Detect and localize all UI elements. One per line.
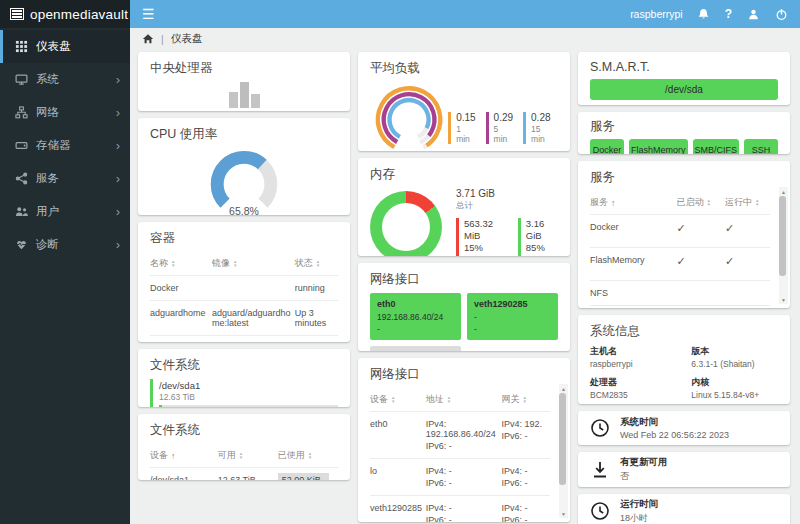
interface-box-wlan0: wlan0 - - (370, 346, 461, 351)
sysinfo-field: 版本6.3.1-1 (Shaitan) (691, 345, 778, 369)
table-row: Docker✓✓ (590, 215, 770, 248)
chevron-right-icon: › (116, 172, 120, 185)
card-title: 网络接口 (370, 366, 558, 383)
memory-free-legend: 3.16 GiB 85% Free (518, 218, 558, 256)
share-icon (15, 172, 28, 185)
filesystem-progress-bar: 0% (159, 405, 338, 407)
memory-info: 3.71 GiB 总计 563.32 MiB 15% Used 3.16 GiB (456, 188, 558, 256)
sysinfo-field: 主机名raspberrypi (590, 345, 685, 369)
filesystem-table: 设备 可用 已使用 /dev/sda1 12.63 TiB 52.00 KiB (150, 444, 338, 480)
column-header: 服务 (590, 196, 608, 209)
sidebar-item-diagnostics[interactable]: 诊断 › (0, 228, 130, 261)
scroll-down-icon[interactable]: ▼ (779, 295, 788, 304)
sidebar-item-users[interactable]: 用户 › (0, 195, 130, 228)
help-icon[interactable]: ? (725, 7, 732, 21)
column-header: 地址 (426, 393, 444, 406)
main-area: | 仪表盘 中央处理器 CPU 使用率 65.8% (130, 28, 800, 524)
service-chip-smb: SMB/CIFS (693, 139, 740, 154)
hostname-button[interactable]: raspberrypi (630, 8, 683, 20)
column-header: 名称 (150, 257, 168, 270)
card-title: 系统信息 (590, 323, 778, 340)
sidebar-item-storage[interactable]: 存储器 › (0, 129, 130, 162)
filesystem-usage-widget: /dev/sda1 12.63 TiB 0% (150, 379, 338, 407)
mini-card-title: 运行时间 (620, 498, 658, 511)
card-title: 内存 (370, 166, 558, 183)
sort-icon (233, 260, 237, 267)
card-title: 平均负载 (370, 60, 558, 77)
notifications-bell-icon[interactable] (697, 7, 711, 21)
table-row: /dev/sda1 12.63 TiB 52.00 KiB (150, 468, 338, 481)
sidebar-item-system[interactable]: 系统 › (0, 63, 130, 96)
sysinfo-field: 处理器BCM2835 (590, 376, 685, 400)
scrollbar-thumb[interactable] (559, 393, 566, 485)
mini-card-title: 有更新可用 (620, 456, 668, 469)
power-icon[interactable] (774, 7, 788, 21)
mini-card-value: 否 (620, 470, 668, 483)
hard-drive-icon (15, 139, 28, 152)
card-cpu: 中央处理器 (138, 52, 350, 111)
breadcrumb-separator: | (161, 33, 164, 45)
sort-asc-icon (611, 199, 615, 207)
table-row: adguardhomeadguard/adguardhome:latestUp … (150, 301, 338, 336)
sort-icon (522, 396, 526, 403)
table-row: Dockerrunning (150, 276, 338, 301)
menu-toggle-icon[interactable]: ☰ (142, 6, 155, 22)
user-icon[interactable] (746, 7, 760, 21)
card-services-table: 服务 服务 已启动 运行中 Docker✓✓ FlashMemory✓✓ NFS (578, 161, 790, 308)
card-smart: S.M.A.R.T. /dev/sda (578, 52, 790, 105)
users-icon (15, 205, 28, 218)
card-load-average: 平均负载 (358, 52, 570, 151)
card-system-info: 系统信息 主机名raspberrypi 版本6.3.1-1 (Shaitan) … (578, 315, 790, 404)
table-row: eth0 IPv4: 192.168.86.40/24IPv6: - IPv4:… (370, 412, 550, 459)
card-title: 容器 (150, 230, 338, 247)
sidebar-item-label: 仪表盘 (36, 39, 71, 54)
mini-card-value: 18小时 (620, 512, 658, 524)
load-average-gauge: 0.151 min 0.295 min 0.2815 min (370, 82, 558, 151)
card-title: 网络接口 (370, 271, 558, 288)
sidebar-item-network[interactable]: 网络 › (0, 96, 130, 129)
scroll-up-icon[interactable]: ▲ (559, 384, 568, 393)
card-cpu-usage: CPU 使用率 65.8% (138, 118, 350, 215)
cpu-usage-value: 65.8% (229, 205, 259, 216)
chevron-right-icon: › (116, 238, 120, 251)
sort-asc-icon (171, 452, 175, 460)
column-header: 镜像 (212, 257, 230, 270)
sidebar-item-dashboard[interactable]: 仪表盘 (0, 30, 130, 63)
used-badge: 52.00 KiB (278, 473, 329, 480)
scroll-down-icon[interactable]: ▼ (559, 509, 568, 518)
table-scrollbar: ▲ ▼ (779, 187, 788, 304)
column-header: 设备 (150, 449, 168, 462)
chevron-right-icon: › (116, 106, 120, 119)
services-table: 服务 已启动 运行中 Docker✓✓ FlashMemory✓✓ NFS RS… (590, 191, 770, 308)
column-2: 平均负载 (358, 52, 570, 524)
sort-icon (316, 260, 320, 267)
table-row: RSync server (590, 306, 770, 309)
card-uptime: 运行时间 18小时 (578, 494, 790, 524)
download-icon (590, 460, 610, 480)
memory-total-label: 总计 (456, 200, 558, 212)
sysinfo-field: 内核Linux 5.15.84-v8+ (691, 376, 778, 400)
clock-icon (590, 418, 610, 438)
top-bar: openmediavault ☰ raspberrypi ? (0, 0, 800, 28)
service-chip-ssh: SSH (744, 139, 778, 154)
scrollbar-thumb[interactable] (779, 196, 786, 276)
sidebar-item-services[interactable]: 服务 › (0, 162, 130, 195)
card-network-interfaces: 网络接口 eth0 192.168.86.40/24 - veth1290285… (358, 263, 570, 351)
card-filesystem-table: 文件系统 设备 可用 已使用 /dev/sda1 12.63 TiB (138, 414, 350, 480)
dashboard-content: 中央处理器 CPU 使用率 65.8% 容器 (130, 50, 800, 524)
service-chip-docker: Docker (590, 139, 624, 154)
scroll-up-icon[interactable]: ▲ (779, 187, 788, 196)
mini-card-title: 系统时间 (620, 416, 729, 429)
sort-icon (239, 452, 243, 459)
sidebar-item-label: 用户 (36, 204, 59, 219)
sidebar: 仪表盘 系统 › 网络 › 存储器 › 服务 › 用户 › 诊断 (0, 28, 130, 524)
card-updates: 有更新可用 否 (578, 452, 790, 487)
home-icon[interactable] (142, 33, 154, 45)
memory-used-legend: 563.32 MiB 15% Used (456, 218, 506, 256)
column-header: 运行中 (725, 196, 752, 209)
card-title: CPU 使用率 (150, 126, 338, 143)
clock-icon (590, 501, 610, 521)
filesystem-size: 12.63 TiB (159, 392, 338, 402)
card-containers: 容器 名称 镜像 状态 Dockerrunning adguardhomeadg… (138, 222, 350, 342)
legend-item: 0.151 min (448, 112, 475, 144)
